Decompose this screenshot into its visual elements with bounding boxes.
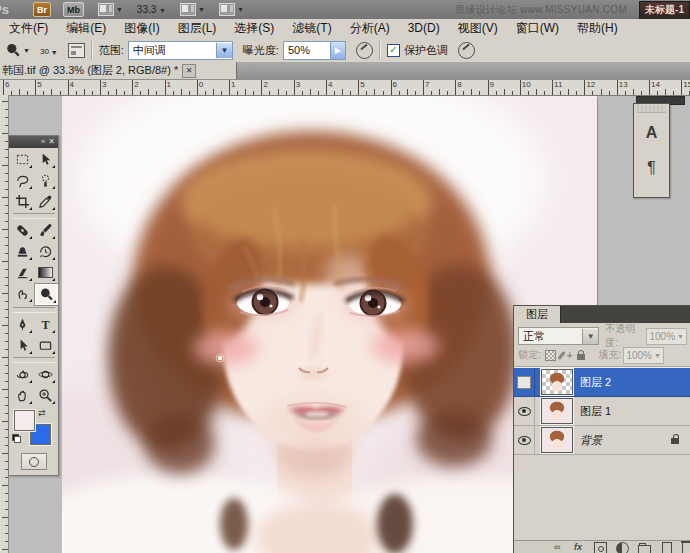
- lock-transparent-pixels-icon[interactable]: [545, 350, 556, 361]
- menu-item-4[interactable]: 图层(L): [169, 19, 226, 38]
- menu-item-3[interactable]: 图像(I): [115, 19, 168, 38]
- shape-tool[interactable]: [34, 335, 57, 356]
- close-icon[interactable]: ✕: [48, 137, 55, 147]
- menu-item-8[interactable]: 3D(D): [399, 19, 449, 38]
- blend-mode-select[interactable]: 正常 ▼: [518, 327, 599, 345]
- zoom-level-control[interactable]: 33.3 ▼: [137, 4, 166, 15]
- rectangular-marquee-tool[interactable]: [11, 149, 34, 170]
- fill-input[interactable]: 100% ▼: [623, 347, 664, 364]
- crop-tool[interactable]: [11, 191, 34, 212]
- exposure-input[interactable]: 50%: [283, 41, 331, 60]
- swap-colors-icon[interactable]: ⇄: [38, 408, 46, 418]
- brush-tool-icon: [38, 223, 53, 238]
- adjustment-layer-icon[interactable]: [616, 542, 629, 553]
- paragraph-panel-icon[interactable]: ¶: [638, 153, 665, 183]
- ruler-minor-tick: [245, 89, 246, 95]
- layer-row-背景[interactable]: 背景: [514, 426, 690, 455]
- chevron-down-icon: ▼: [237, 6, 244, 13]
- layer-thumbnail[interactable]: [541, 398, 573, 424]
- layer-style-icon[interactable]: fx: [574, 542, 585, 553]
- history-brush-tool[interactable]: [34, 241, 57, 262]
- screen-mode-button[interactable]: ▼: [219, 3, 244, 16]
- dodge-tool[interactable]: [34, 283, 59, 306]
- character-panel-icon[interactable]: A: [638, 118, 665, 148]
- range-select[interactable]: 中间调 ▼: [128, 41, 233, 60]
- hand-tool[interactable]: [11, 385, 34, 406]
- link-layers-icon[interactable]: ∞: [554, 542, 565, 553]
- eyedropper-tool[interactable]: [34, 191, 57, 212]
- healing-brush-tool[interactable]: [11, 220, 34, 241]
- horizontal-ruler[interactable]: 6543210123456789101112131415: [0, 80, 690, 96]
- default-colors-icon[interactable]: [12, 434, 21, 443]
- zoom-tool[interactable]: [34, 385, 57, 406]
- protect-tones-checkbox[interactable]: [387, 44, 400, 57]
- toggle-brushes-panel-button[interactable]: [68, 43, 85, 58]
- quick-selection-tool[interactable]: [34, 170, 57, 191]
- layer-thumbnail[interactable]: [541, 427, 573, 453]
- lasso-tool[interactable]: [11, 170, 34, 191]
- arrange-documents-button[interactable]: ▼: [180, 3, 205, 16]
- lock-image-pixels-icon[interactable]: [557, 351, 565, 360]
- current-tool-preset[interactable]: ▼: [5, 42, 30, 58]
- ruler-tick: [5, 541, 8, 542]
- ruler-minor-tick: [592, 91, 593, 95]
- new-layer-icon[interactable]: [662, 542, 672, 553]
- menu-item-2[interactable]: 编辑(E): [57, 19, 115, 38]
- gradient-tool[interactable]: [34, 262, 57, 283]
- quick-mask-button[interactable]: [21, 453, 47, 470]
- layer-visibility-toggle[interactable]: [514, 368, 535, 396]
- brush-tool[interactable]: [34, 220, 57, 241]
- lock-all-icon[interactable]: [577, 354, 585, 360]
- document-tab[interactable]: 韩国.tif @ 33.3% (图层 2, RGB/8#) * ✕: [0, 62, 237, 79]
- brush-preset-picker[interactable]: 30 ▼: [40, 44, 58, 56]
- menu-item-9[interactable]: 视图(V): [449, 19, 507, 38]
- menu-item-10[interactable]: 窗口(W): [507, 19, 568, 38]
- clone-stamp-tool[interactable]: [11, 241, 34, 262]
- dock-grip[interactable]: [637, 105, 666, 113]
- eraser-tool[interactable]: [11, 262, 34, 283]
- history-brush-tool-icon: [38, 244, 53, 259]
- menu-item-7[interactable]: 分析(A): [341, 19, 399, 38]
- ruler-minor-tick: [568, 89, 569, 95]
- ruler-minor-tick: [318, 91, 319, 95]
- view-extras-button[interactable]: ▼: [98, 3, 123, 16]
- collapse-icon[interactable]: »: [41, 137, 45, 147]
- gradient-tool-icon: [38, 267, 53, 278]
- move-tool[interactable]: [34, 149, 57, 170]
- menu-item-1[interactable]: 文件(F): [0, 19, 57, 38]
- layer-row-图层 1[interactable]: 图层 1: [514, 397, 690, 426]
- tablet-pressure-icon[interactable]: [458, 42, 475, 59]
- opacity-input[interactable]: 100% ▼: [646, 328, 687, 345]
- type-tool[interactable]: T: [34, 314, 57, 335]
- toolbox-header[interactable]: » ✕: [9, 136, 58, 148]
- path-selection-tool[interactable]: [11, 335, 34, 356]
- menu-item-5[interactable]: 选择(S): [225, 19, 283, 38]
- pen-tool[interactable]: [11, 314, 34, 335]
- delete-layer-icon[interactable]: [682, 542, 690, 553]
- mobile-button[interactable]: Mb: [63, 2, 84, 17]
- tab-layers[interactable]: 图层: [514, 306, 561, 323]
- lock-position-icon[interactable]: +: [567, 351, 573, 360]
- 3d-rotate-tool[interactable]: [11, 364, 34, 385]
- close-icon[interactable]: ✕: [182, 64, 196, 78]
- exposure-slider-button[interactable]: ▶: [331, 41, 346, 60]
- foreground-color-swatch[interactable]: [14, 410, 35, 431]
- tool-group-separator: [13, 307, 55, 313]
- ruler-minor-tick: [383, 91, 384, 95]
- 3d-orbit-tool[interactable]: [34, 364, 57, 385]
- layer-visibility-toggle[interactable]: [514, 397, 535, 425]
- airbrush-icon[interactable]: [356, 42, 373, 59]
- chevron-down-icon: ▼: [51, 49, 58, 56]
- menu-item-11[interactable]: 帮助(H): [568, 19, 627, 38]
- menu-item-6[interactable]: 滤镜(T): [283, 19, 340, 38]
- smudge-tool[interactable]: [11, 283, 34, 304]
- layer-row-图层 2[interactable]: 图层 2: [514, 368, 690, 397]
- protect-tones-option[interactable]: 保护色调: [387, 43, 448, 58]
- ruler-tick: [197, 80, 198, 95]
- layer-visibility-toggle[interactable]: [514, 426, 535, 454]
- bridge-button[interactable]: Br: [33, 2, 51, 17]
- layer-group-icon[interactable]: [638, 545, 651, 553]
- layer-thumbnail[interactable]: [541, 369, 573, 395]
- layer-mask-icon[interactable]: [594, 542, 607, 553]
- untitled-document-button[interactable]: 未标题-1: [639, 1, 690, 19]
